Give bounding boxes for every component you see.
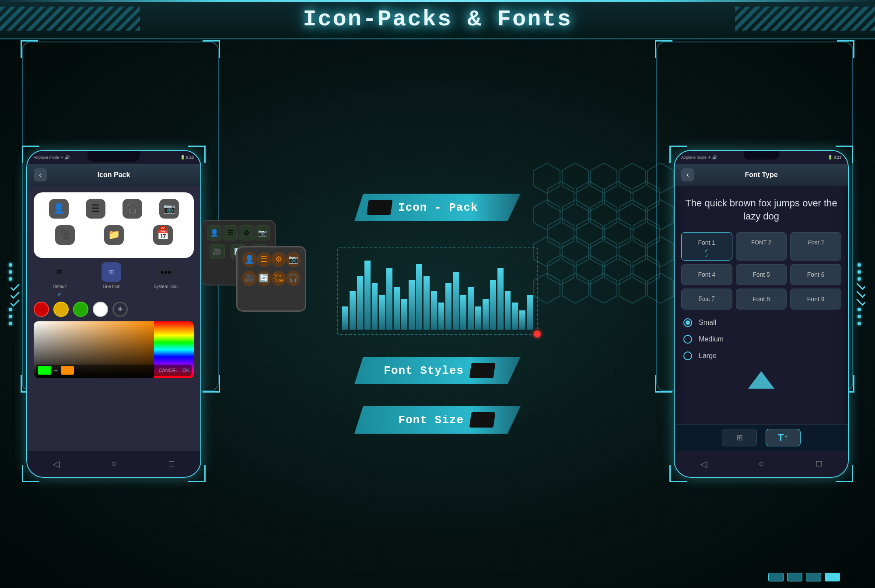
line-style-option[interactable]: ⊞ Line Icon: [102, 262, 121, 297]
bar-12: [424, 276, 430, 330]
right-phone-toolbar: ⊞ T↑: [675, 424, 848, 451]
font-btn-1[interactable]: Font 1 ✓: [681, 232, 732, 261]
nav-recent-icon[interactable]: □: [166, 459, 177, 469]
right-back-button[interactable]: ‹: [681, 168, 694, 181]
orange-icon-7: YouTube: [271, 271, 286, 286]
hex-grid-bg: [529, 159, 682, 334]
toolbar-font-btn[interactable]: T↑: [766, 429, 801, 446]
nav-home-icon[interactable]: ○: [108, 459, 119, 469]
font-styles-banner-text: Font Styles: [384, 364, 464, 377]
bar-10: [409, 280, 415, 330]
right-side-dot-4: [858, 308, 861, 311]
color-picker-actions: CANCEL OK: [158, 368, 189, 373]
right-nav-recent-icon[interactable]: □: [814, 459, 824, 469]
orange-icon-6: 🔄: [257, 271, 272, 286]
font-btn-7[interactable]: Font 7: [681, 289, 732, 310]
color-picker[interactable]: → CANCEL OK: [34, 321, 194, 378]
bar-2: [350, 291, 356, 330]
app-icon-messages[interactable]: ☰: [86, 199, 105, 219]
icon-pack-banner-text: Icon - Pack: [398, 201, 478, 214]
bar-17: [460, 295, 466, 330]
font-btn-6[interactable]: Font 6: [790, 264, 841, 285]
bar-8: [394, 287, 400, 330]
app-icon-headset[interactable]: 🎧: [122, 199, 142, 219]
ok-button[interactable]: OK: [182, 368, 189, 373]
side-deco-right: [858, 263, 866, 325]
left-phone-battery: 🔋 8:23: [180, 155, 194, 160]
font1-checkmark: ✓: [686, 247, 728, 254]
font-btn-2[interactable]: FONT 2: [736, 232, 787, 261]
font-btn-9[interactable]: Font 9: [790, 289, 841, 310]
font-size-large[interactable]: Large: [683, 351, 839, 360]
default-style-preview: ⊞: [50, 262, 70, 282]
app-icon-files[interactable]: 📁: [104, 225, 124, 245]
app-icon-camera[interactable]: 📷: [159, 199, 179, 219]
bar-11: [416, 264, 422, 330]
system-style-label: System Icon: [154, 284, 178, 289]
cancel-button[interactable]: CANCEL: [158, 368, 178, 373]
toolbar-layout-btn[interactable]: ⊞: [722, 429, 757, 446]
font-btn-3[interactable]: Font 3: [790, 232, 841, 261]
system-style-option[interactable]: ●●● System Icon: [154, 262, 178, 297]
red-dot: [534, 331, 541, 337]
font-btn-8[interactable]: Font 8: [736, 289, 787, 310]
color-white[interactable]: [93, 302, 108, 317]
left-back-button[interactable]: ‹: [34, 168, 47, 181]
right-nav-home-icon[interactable]: ○: [756, 459, 766, 469]
icon-grid-section: 👤 ☰ 🎧 📷 🎥 📁 22 📅: [34, 192, 194, 258]
color-yellow[interactable]: [53, 302, 69, 317]
bar-26: [527, 295, 533, 330]
default-style-option[interactable]: ⊞ Default ✓: [50, 262, 70, 297]
color-to-swatch: [61, 366, 74, 375]
right-side-dot-3: [858, 277, 861, 281]
left-phone-notch: [96, 151, 131, 160]
add-color-button[interactable]: +: [112, 302, 128, 317]
bar-23: [505, 291, 511, 330]
font-btn-5[interactable]: Font 5: [736, 264, 787, 285]
right-phone-notch: [744, 151, 779, 160]
bar-3: [357, 276, 363, 330]
line-style-label: Line Icon: [103, 284, 121, 289]
right-phone-wrapper: Airplane mode ✈ 🔊 🔋 8:23 ‹ Font Type The…: [674, 150, 849, 478]
bar-19: [475, 306, 481, 330]
orange-row-2: 🎥 🔄 YouTube 🎧: [242, 271, 301, 286]
font-size-banner-text: Font Size: [399, 414, 464, 427]
overlay-row-1: 👤 ☰ ⚙ 📷: [206, 225, 270, 240]
icon-row-1: 👤 ☰ 🎧 📷: [40, 199, 187, 219]
page-title: Icon-Packs & Fonts: [303, 7, 572, 32]
app-icon-video[interactable]: 🎥: [55, 225, 75, 245]
font-size-small[interactable]: Small: [683, 318, 839, 327]
line-style-preview: ⊞: [102, 262, 121, 282]
overlay-icon-4: 📷: [255, 225, 270, 240]
font-size-medium-label: Medium: [699, 335, 724, 343]
icon-row-2: 🎥 📁 22 📅: [40, 225, 187, 245]
color-red[interactable]: [34, 302, 49, 317]
font-size-banner: Font Size: [354, 406, 521, 434]
right-side-dot-5: [858, 315, 861, 318]
nav-back-icon[interactable]: ◁: [51, 459, 61, 469]
font-size-medium[interactable]: Medium: [683, 335, 839, 344]
right-side-dot-1: [858, 263, 861, 267]
app-icon-contacts[interactable]: 👤: [49, 199, 69, 219]
right-nav-back-icon[interactable]: ◁: [698, 459, 709, 469]
left-phone-content: 👤 ☰ 🎧 📷 🎥 📁 22 📅: [27, 186, 200, 457]
default-checkmark: ✓: [57, 291, 62, 297]
bar-25: [519, 310, 525, 330]
orange-icon-1: 👤: [242, 252, 257, 267]
font-type-icon: T↑: [778, 432, 788, 443]
color-green[interactable]: [73, 302, 88, 317]
right-phone-header: ‹ Font Type: [675, 164, 848, 186]
bar-4: [364, 261, 371, 330]
overlay-icon-1: 👤: [207, 225, 222, 240]
right-airplane-mode: Airplane mode ✈ 🔊: [681, 155, 717, 160]
banner-black-box-2: [469, 363, 496, 378]
right-side-chevron-3: [856, 296, 865, 306]
right-phone-status-bar: Airplane mode ✈ 🔊 🔋 8:23: [675, 151, 848, 164]
indicator-4-active: [825, 573, 840, 581]
app-icon-calendar[interactable]: 22 📅: [153, 225, 173, 245]
font-size-small-label: Small: [699, 319, 716, 327]
font-btn-4[interactable]: Font 4: [681, 264, 732, 285]
side-dot-1: [9, 263, 12, 267]
bar-18: [468, 287, 474, 330]
left-airplane-mode: Airplane mode ✈ 🔊: [34, 155, 70, 160]
